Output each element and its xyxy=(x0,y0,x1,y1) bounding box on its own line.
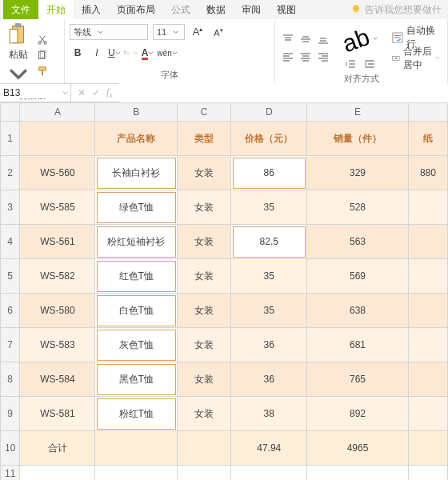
worksheet[interactable]: A B C D E 1产品名称类型价格（元）销量（件）纸2WS-560长袖白衬衫… xyxy=(0,102,448,480)
cell[interactable]: 638 xyxy=(307,294,409,328)
cell[interactable] xyxy=(408,397,447,431)
cell[interactable]: 563 xyxy=(307,225,409,259)
cell[interactable]: 女装 xyxy=(178,156,231,190)
tab-file[interactable]: 文件 xyxy=(3,0,38,19)
cell[interactable]: 女装 xyxy=(178,259,231,294)
row-header[interactable]: 8 xyxy=(1,362,20,397)
cell[interactable]: 纸 xyxy=(408,122,447,156)
cell[interactable]: 灰色T恤 xyxy=(95,328,178,362)
align-top-button[interactable] xyxy=(280,31,296,47)
increase-indent-button[interactable] xyxy=(362,56,378,72)
cell[interactable] xyxy=(408,225,447,259)
decrease-indent-button[interactable] xyxy=(342,56,358,72)
cell[interactable] xyxy=(408,259,447,294)
cell[interactable]: 红色T恤 xyxy=(95,259,178,294)
cell[interactable]: WS-581 xyxy=(20,397,95,431)
copy-button[interactable] xyxy=(35,48,50,62)
font-name-combo[interactable]: 等线 xyxy=(70,24,148,40)
cell[interactable]: WS-584 xyxy=(20,362,95,397)
row-header[interactable]: 6 xyxy=(1,294,20,328)
cell[interactable] xyxy=(408,190,447,225)
row-header[interactable]: 5 xyxy=(1,259,20,294)
tab-view[interactable]: 视图 xyxy=(269,0,304,19)
cell[interactable]: 86 xyxy=(231,156,307,190)
col-header-E[interactable]: E xyxy=(307,103,409,122)
cell[interactable]: 36 xyxy=(231,328,307,362)
cell[interactable]: WS-580 xyxy=(20,294,95,328)
tab-review[interactable]: 审阅 xyxy=(234,0,269,19)
select-all-corner[interactable] xyxy=(1,103,20,122)
cell[interactable] xyxy=(178,431,231,466)
row-header[interactable]: 11 xyxy=(1,466,20,481)
col-header-F[interactable] xyxy=(408,103,447,122)
cell[interactable]: 女装 xyxy=(178,362,231,397)
name-box-input[interactable] xyxy=(0,87,62,98)
tab-data[interactable]: 数据 xyxy=(198,0,234,19)
cell[interactable]: 长袖白衬衫 xyxy=(95,156,178,190)
decrease-font-button[interactable]: A▾ xyxy=(210,24,226,40)
cell[interactable] xyxy=(95,431,178,466)
cell[interactable]: 产品名称 xyxy=(95,122,178,156)
format-painter-button[interactable] xyxy=(35,64,50,78)
cell[interactable]: 女装 xyxy=(178,225,231,259)
cell[interactable]: 35 xyxy=(231,259,307,294)
fx-icon[interactable]: fx xyxy=(106,86,113,99)
cell[interactable]: 82.5 xyxy=(231,225,307,259)
border-button[interactable] xyxy=(124,50,130,56)
underline-button[interactable]: U xyxy=(108,47,121,58)
cell[interactable] xyxy=(307,466,409,481)
tab-insert[interactable]: 插入 xyxy=(74,0,109,19)
cell[interactable]: 38 xyxy=(231,397,307,431)
cell[interactable]: 粉红T恤 xyxy=(95,397,178,431)
tab-formula[interactable]: 公式 xyxy=(163,0,198,19)
cell[interactable] xyxy=(20,122,95,156)
orientation-button[interactable]: ab xyxy=(342,24,378,54)
cell[interactable]: 880 xyxy=(408,156,447,190)
tab-home[interactable]: 开始 xyxy=(38,0,74,19)
align-center-button[interactable] xyxy=(298,49,314,65)
cell[interactable]: WS-561 xyxy=(20,225,95,259)
cell[interactable]: 47.94 xyxy=(231,431,307,466)
cell[interactable]: 569 xyxy=(307,259,409,294)
cell[interactable]: WS-585 xyxy=(20,190,95,225)
cell[interactable] xyxy=(408,328,447,362)
align-bottom-button[interactable] xyxy=(315,31,331,47)
cell[interactable] xyxy=(408,294,447,328)
name-box[interactable] xyxy=(0,84,71,102)
col-header-A[interactable]: A xyxy=(20,103,95,122)
cell[interactable]: 4965 xyxy=(307,431,409,466)
cell[interactable]: 329 xyxy=(307,156,409,190)
enter-icon[interactable]: ✓ xyxy=(92,87,100,98)
cell[interactable]: 36 xyxy=(231,362,307,397)
cell[interactable]: 白色T恤 xyxy=(95,294,178,328)
cell[interactable] xyxy=(408,431,447,466)
col-header-D[interactable]: D xyxy=(231,103,307,122)
font-size-combo[interactable]: 11 xyxy=(153,24,185,40)
formula-input[interactable] xyxy=(119,83,448,102)
font-color-button[interactable]: A xyxy=(142,47,154,58)
cell[interactable]: 价格（元） xyxy=(231,122,307,156)
phonetic-button[interactable]: wén xyxy=(157,49,177,58)
row-header[interactable]: 4 xyxy=(1,225,20,259)
row-header[interactable]: 9 xyxy=(1,397,20,431)
paste-button[interactable]: 粘贴 xyxy=(5,21,32,89)
cell[interactable]: 粉红短袖衬衫 xyxy=(95,225,178,259)
cell[interactable] xyxy=(178,466,231,481)
cell[interactable] xyxy=(231,466,307,481)
cell[interactable]: 类型 xyxy=(178,122,231,156)
merge-center-button[interactable]: 合并后居中 xyxy=(389,50,442,66)
cell[interactable]: 528 xyxy=(307,190,409,225)
italic-button[interactable]: I xyxy=(89,45,105,61)
cell[interactable]: 黑色T恤 xyxy=(95,362,178,397)
col-header-C[interactable]: C xyxy=(178,103,231,122)
cell[interactable]: 681 xyxy=(307,328,409,362)
row-header[interactable]: 7 xyxy=(1,328,20,362)
cell[interactable]: 合计 xyxy=(20,431,95,466)
cell[interactable]: 销量（件） xyxy=(307,122,409,156)
cell[interactable]: 892 xyxy=(307,397,409,431)
cell[interactable]: 绿色T恤 xyxy=(95,190,178,225)
cell[interactable]: 女装 xyxy=(178,397,231,431)
cell[interactable]: WS-560 xyxy=(20,156,95,190)
cell[interactable]: 女装 xyxy=(178,294,231,328)
row-header[interactable]: 2 xyxy=(1,156,20,190)
